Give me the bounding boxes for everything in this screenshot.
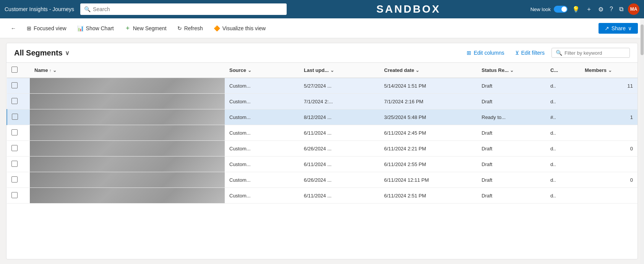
side-scrollbar[interactable] (640, 18, 644, 264)
sandbox-logo: SANDBOX (287, 3, 530, 15)
keyword-filter-input[interactable] (565, 50, 626, 56)
plus-segment-icon: ＋ (125, 24, 131, 32)
row-checkbox[interactable] (11, 145, 18, 151)
row-name-cell[interactable] (30, 156, 225, 172)
row-c-cell: d.. (546, 172, 580, 188)
help-icon[interactable]: ? (608, 4, 615, 14)
nav-actions: New look 💡 ＋ ⚙ ? ⧉ MA (530, 3, 639, 15)
row-members-cell: 0 (580, 141, 638, 156)
back-button[interactable]: ← (6, 23, 21, 34)
name-blur-overlay (30, 94, 225, 109)
row-check-cell[interactable] (7, 94, 30, 109)
table-row[interactable]: Custom...7/1/2024 2:...7/1/2024 2:16 PMD… (7, 94, 638, 109)
table-row[interactable]: Custom...6/11/2024 ...6/11/2024 2:51 PMD… (7, 188, 638, 204)
row-check-cell[interactable] (7, 141, 30, 156)
top-nav: Customer Insights - Journeys 🔍 SANDBOX N… (0, 0, 644, 18)
name-blur-overlay (30, 188, 225, 203)
gear-icon[interactable]: ⚙ (597, 4, 605, 15)
name-blur-overlay (30, 78, 225, 93)
row-checkbox[interactable] (11, 98, 18, 104)
table-row[interactable]: Custom...6/11/2024 ...6/11/2024 2:55 PMD… (7, 156, 638, 172)
row-name-cell[interactable] (30, 78, 225, 94)
scrollbar-thumb[interactable] (641, 24, 644, 55)
plus-icon[interactable]: ＋ (584, 4, 594, 15)
row-members-cell: 0 (580, 172, 638, 188)
members-filter-icon: ⌄ (608, 68, 612, 73)
row-lastupd-cell: 6/11/2024 ... (299, 156, 380, 172)
name-blur-overlay (30, 125, 225, 140)
row-created-cell: 7/1/2024 2:16 PM (380, 94, 477, 109)
edit-filters-button[interactable]: ⊻ Edit filters (511, 48, 548, 58)
table-row[interactable]: Custom...6/11/2024 ...6/11/2024 2:45 PMD… (7, 125, 638, 141)
row-source-cell: Custom... (225, 172, 299, 188)
row-lastupd-cell: 7/1/2024 2:... (299, 94, 380, 109)
row-check-cell[interactable] (7, 156, 30, 172)
avatar[interactable]: MA (628, 3, 639, 15)
row-name-cell[interactable] (30, 94, 225, 109)
lightbulb-icon[interactable]: 💡 (571, 4, 581, 15)
back-icon: ← (11, 25, 16, 31)
row-name-cell[interactable] (30, 172, 225, 188)
row-checkbox[interactable] (11, 129, 18, 135)
table-row[interactable]: Custom...5/27/2024 ...5/14/2024 1:51 PMD… (7, 78, 638, 94)
filter-keyword-container[interactable]: 🔍 (552, 48, 630, 58)
row-check-cell[interactable] (7, 109, 30, 125)
row-check-cell[interactable] (7, 125, 30, 141)
title-chevron-icon[interactable]: ∨ (65, 49, 70, 57)
search-input[interactable] (93, 6, 283, 12)
row-checkbox[interactable] (11, 161, 18, 167)
row-checkbox[interactable] (11, 192, 18, 198)
header-checkbox[interactable] (11, 67, 18, 73)
th-created[interactable]: Created date ⌄ (380, 63, 477, 78)
row-status-cell: Draft (477, 94, 546, 109)
row-members-cell (580, 156, 638, 172)
row-lastupd-cell: 5/27/2024 ... (299, 78, 380, 94)
table-row[interactable]: Custom...6/26/2024 ...6/11/2024 2:21 PMD… (7, 141, 638, 156)
row-checkbox[interactable] (11, 176, 18, 183)
search-bar[interactable]: 🔍 (80, 3, 287, 15)
content-title: All Segments ∨ (14, 49, 70, 57)
row-check-cell[interactable] (7, 78, 30, 94)
th-source[interactable]: Source ⌄ (225, 63, 299, 78)
row-checkbox[interactable] (11, 82, 18, 88)
focused-view-button[interactable]: ⊞ Focused view (22, 23, 71, 34)
table-wrapper[interactable]: Name ↑ ⌄ Source ⌄ Last upd... ⌄ Created … (6, 63, 638, 259)
th-lastupd[interactable]: Last upd... ⌄ (299, 63, 380, 78)
th-members[interactable]: Members ⌄ (580, 63, 638, 78)
row-status-cell: Ready to... (477, 109, 546, 125)
row-c-cell: #.. (546, 109, 580, 125)
row-name-cell[interactable] (30, 188, 225, 204)
refresh-button[interactable]: ↻ Refresh (173, 23, 208, 34)
table-header-row: Name ↑ ⌄ Source ⌄ Last upd... ⌄ Created … (7, 63, 638, 78)
row-created-cell: 6/11/2024 2:21 PM (380, 141, 477, 156)
chart-icon: 📊 (77, 25, 84, 31)
row-check-cell[interactable] (7, 188, 30, 204)
row-checkbox[interactable] (12, 114, 18, 120)
show-chart-button[interactable]: 📊 Show Chart (73, 23, 118, 34)
row-name-cell[interactable] (30, 141, 225, 156)
th-status[interactable]: Status Re... ⌄ (477, 63, 546, 78)
row-c-cell: d.. (546, 78, 580, 94)
row-created-cell: 6/11/2024 12:11 PM (380, 172, 477, 188)
search-icon: 🔍 (84, 6, 91, 12)
row-source-cell: Custom... (225, 141, 299, 156)
row-name-cell[interactable] (30, 109, 225, 125)
share-button[interactable]: ↗ Share ∨ (599, 23, 638, 34)
windows-icon[interactable]: ⧉ (618, 4, 625, 14)
row-name-cell[interactable] (30, 125, 225, 141)
th-check[interactable] (7, 63, 30, 78)
row-lastupd-cell: 6/26/2024 ... (299, 172, 380, 188)
th-c[interactable]: C... (546, 63, 580, 78)
table-row[interactable]: Custom...8/12/2024 ...3/25/2024 5:48 PMR… (7, 109, 638, 125)
table-row[interactable]: Custom...6/26/2024 ...6/11/2024 12:11 PM… (7, 172, 638, 188)
name-filter-icon: ⌄ (53, 68, 57, 73)
edit-columns-button[interactable]: ⊞ Edit columns (463, 48, 508, 58)
row-check-cell[interactable] (7, 172, 30, 188)
row-created-cell: 6/11/2024 2:51 PM (380, 188, 477, 204)
th-name[interactable]: Name ↑ ⌄ (30, 63, 225, 78)
visualize-button[interactable]: 🔶 Visualize this view (209, 23, 270, 34)
filter-icon: ⊻ (515, 50, 519, 56)
new-look-toggle[interactable] (554, 6, 568, 13)
row-lastupd-cell: 6/11/2024 ... (299, 188, 380, 204)
new-segment-button[interactable]: ＋ New Segment (120, 22, 171, 34)
